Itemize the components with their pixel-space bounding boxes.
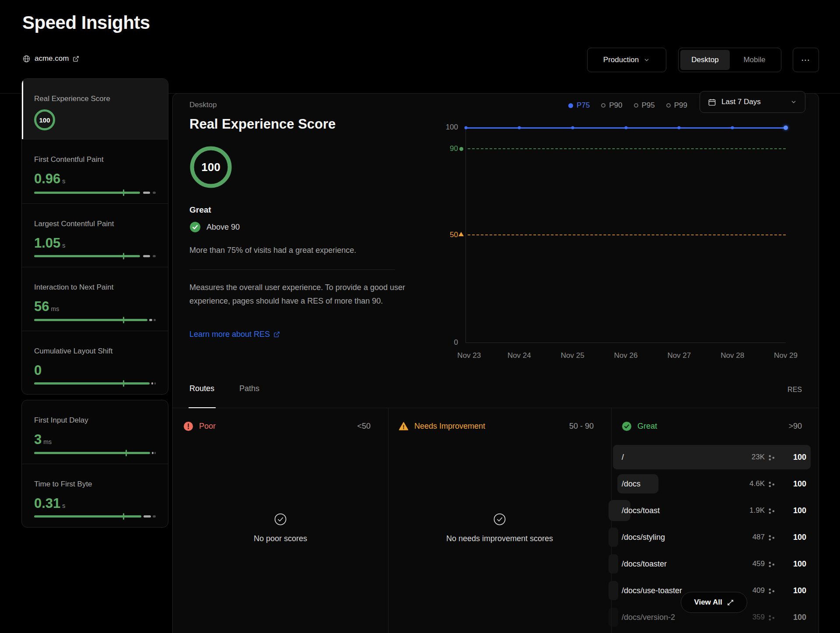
sidebar-item-cumulative-layout-shift[interactable]: Cumulative Layout Shift 0 [22, 331, 168, 394]
row-highlight [609, 528, 618, 547]
visitors-dots-icon [767, 587, 776, 595]
route-row[interactable]: / 23K 100 [613, 445, 811, 469]
x-tick: Nov 29 [774, 351, 798, 360]
route-path: /docs/toast [622, 506, 749, 515]
legend-item-p95[interactable]: P95 [634, 101, 655, 110]
route-score: 100 [784, 586, 806, 595]
route-score: 100 [784, 506, 806, 515]
learn-more-label: Learn more about RES [189, 330, 270, 339]
route-path: /docs/version-2 [622, 613, 752, 622]
data-point-latest [784, 126, 788, 130]
legend-label: P95 [642, 101, 655, 110]
alert-circle-icon [183, 421, 193, 431]
metric-value: 1.05 [34, 235, 60, 251]
metric-threshold-bar [34, 192, 156, 194]
route-visits: 359 [752, 613, 765, 622]
metric-label: Cumulative Layout Shift [34, 347, 156, 356]
x-tick: Nov 28 [721, 351, 744, 360]
metric-label: Interaction to Next Paint [34, 283, 156, 292]
core-metrics-group: Real Experience Score 100 First Contentf… [21, 78, 168, 395]
route-visits: 409 [752, 586, 765, 595]
tab-label: Routes [189, 384, 214, 393]
y-tick-100: 100 [438, 123, 458, 132]
metric-label: Largest Contentful Paint [34, 220, 156, 228]
chevron-down-icon [790, 98, 797, 105]
legend-label: P75 [577, 101, 590, 110]
res-score-badge: 100 [34, 109, 55, 130]
poor-column-header: Poor <50 [183, 417, 216, 435]
legend-item-p99[interactable]: P99 [666, 101, 687, 110]
metric-unit: s [62, 502, 65, 509]
column-range: <50 [353, 422, 371, 431]
data-point [624, 126, 627, 129]
data-point [571, 126, 574, 129]
sidebar-item-first-input-delay[interactable]: First Input Delay 3ms [22, 400, 168, 464]
route-visits: 487 [752, 533, 765, 542]
metric-label: First Input Delay [34, 416, 156, 425]
route-row[interactable]: /docs/styling 487 100 [613, 525, 811, 549]
environment-dropdown[interactable]: Production [587, 48, 666, 72]
active-tab-underline [189, 407, 216, 408]
more-options-button[interactable]: ⋯ [793, 48, 819, 72]
visitors-dots-icon [767, 613, 776, 622]
route-row[interactable]: /docs/toaster 459 100 [613, 552, 811, 576]
poor-empty-state: No poor scores [215, 513, 346, 543]
device-tab-mobile[interactable]: Mobile [730, 50, 779, 70]
data-point [518, 126, 521, 129]
rating-detail-row: Above 90 [189, 221, 240, 233]
route-score: 100 [784, 533, 806, 542]
visitors-dots-icon [767, 560, 776, 568]
visitors-dots-icon [767, 453, 776, 462]
metric-unit: ms [51, 305, 59, 312]
needs-improvement-column-header: Needs Improvement 50 - 90 [399, 417, 485, 435]
metric-label: First Contentful Paint [34, 155, 156, 164]
row-highlight [609, 581, 618, 600]
metric-value: 0 [34, 363, 42, 378]
tab-paths[interactable]: Paths [239, 384, 259, 393]
view-all-button[interactable]: View All [681, 592, 747, 613]
route-score: 100 [784, 479, 806, 489]
visitors-dots-icon [767, 507, 776, 515]
device-tab-label: Mobile [743, 56, 765, 64]
metrics-sidebar: Real Experience Score 100 First Contentf… [21, 78, 168, 528]
metric-threshold-bar [34, 319, 156, 321]
route-score: 100 [784, 453, 806, 462]
legend-item-p90[interactable]: P90 [601, 101, 622, 110]
column-label: Needs Improvement [414, 422, 485, 431]
metric-threshold-bar [34, 382, 156, 385]
domain-link[interactable]: acme.com [22, 54, 79, 63]
date-range-dropdown[interactable]: Last 7 Days [700, 91, 805, 113]
device-tab-desktop[interactable]: Desktop [680, 50, 730, 70]
visitors-dots-icon [767, 533, 776, 542]
check-circle-icon [189, 221, 201, 233]
score-summary: More than 75% of visits had a great expe… [189, 246, 417, 255]
sidebar-item-largest-contentful-paint[interactable]: Largest Contentful Paint 1.05s [22, 203, 168, 267]
route-path: /docs/toaster [622, 560, 752, 569]
legend-item-p75[interactable]: P75 [568, 101, 590, 110]
main-panel: Desktop Real Experience Score 100 Great … [172, 93, 819, 633]
empty-state-label: No poor scores [215, 534, 346, 543]
route-row[interactable]: /docs/toast 1.9K 100 [613, 498, 811, 523]
route-visits: 4.6K [749, 479, 765, 488]
metric-description: Measures the overall user experience. To… [189, 281, 413, 308]
p75-dot-icon [568, 103, 573, 108]
y-tick-0: 0 [438, 338, 458, 347]
speed-insights-page: Speed Insights acme.com Production Deskt… [0, 0, 840, 633]
route-path: / [622, 453, 752, 462]
x-tick: Nov 27 [667, 351, 691, 360]
sidebar-item-first-contentful-paint[interactable]: First Contentful Paint 0.96s [22, 139, 168, 203]
p95-ring-icon [634, 103, 638, 108]
x-tick: Nov 25 [561, 351, 584, 360]
metric-label: Time to First Byte [34, 480, 156, 489]
column-range: 50 - 90 [554, 422, 594, 431]
learn-more-link[interactable]: Learn more about RES [189, 330, 280, 339]
x-tick: Nov 23 [457, 351, 481, 360]
external-link-icon [273, 331, 280, 338]
panel-title: Real Experience Score [189, 116, 336, 132]
rating-note: Above 90 [206, 223, 240, 232]
sidebar-item-interaction-to-next-paint[interactable]: Interaction to Next Paint 56ms [22, 267, 168, 331]
sidebar-item-time-to-first-byte[interactable]: Time to First Byte 0.31s [22, 464, 168, 527]
route-row[interactable]: /docs 4.6K 100 [613, 472, 811, 496]
sidebar-item-real-experience-score[interactable]: Real Experience Score 100 [22, 79, 168, 139]
tab-routes[interactable]: Routes [189, 384, 214, 393]
